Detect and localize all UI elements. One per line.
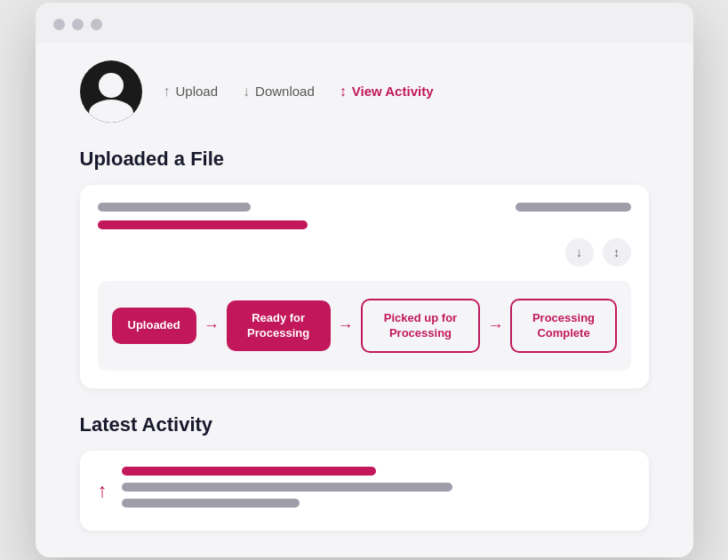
profile-header: ↑ Upload ↓ Download ↕ View Activity bbox=[80, 60, 649, 123]
latest-activity-title: Latest Activity bbox=[80, 413, 649, 436]
activity-card: ↑ bbox=[80, 451, 649, 531]
download-icon: ↓ bbox=[243, 84, 250, 100]
download-button[interactable]: ↓ Download bbox=[243, 84, 315, 100]
card-download-button[interactable]: ↓ bbox=[565, 238, 594, 267]
card-title-bar bbox=[98, 203, 251, 212]
upload-icon: ↑ bbox=[164, 84, 171, 100]
title-bar bbox=[36, 3, 693, 43]
arrow-1: → bbox=[204, 316, 220, 335]
action-buttons: ↑ Upload ↓ Download ↕ View Activity bbox=[164, 84, 434, 100]
upload-card: ↓ ↕ Uploaded → Ready for Process bbox=[80, 185, 649, 389]
avatar-head bbox=[99, 73, 124, 98]
window-dot-2 bbox=[72, 19, 84, 30]
avatar-body bbox=[89, 100, 133, 123]
step-complete: Processing Complete bbox=[510, 299, 616, 354]
step-ready: Ready for Processing bbox=[227, 300, 331, 352]
window-dot-3 bbox=[91, 19, 102, 30]
card-action-icons: ↓ ↕ bbox=[98, 238, 631, 267]
activity-icon: ↕ bbox=[340, 84, 347, 100]
main-content: ↑ Upload ↓ Download ↕ View Activity Uplo… bbox=[36, 43, 693, 558]
pipeline-step-1: Uploaded bbox=[112, 308, 196, 344]
activity-bar-group bbox=[122, 467, 631, 515]
card-sort-button[interactable]: ↕ bbox=[603, 238, 631, 267]
arrow-3: → bbox=[487, 316, 503, 335]
view-activity-button[interactable]: ↕ View Activity bbox=[340, 84, 434, 100]
activity-bar-short bbox=[122, 499, 300, 508]
activity-bar-pink bbox=[122, 467, 377, 476]
card-header: ↓ ↕ bbox=[98, 203, 631, 267]
latest-activity-section: Latest Activity ↑ bbox=[80, 413, 649, 531]
app-window: ↑ Upload ↓ Download ↕ View Activity Uplo… bbox=[36, 3, 693, 558]
pipeline-step-4: Processing Complete bbox=[510, 299, 616, 354]
activity-up-icon: ↑ bbox=[98, 479, 108, 502]
pipeline-container: Uploaded → Ready for Processing → Picked… bbox=[98, 281, 631, 372]
avatar bbox=[80, 60, 142, 123]
activity-bar-medium bbox=[122, 483, 452, 492]
window-dot-1 bbox=[53, 19, 65, 30]
card-subtitle-bar bbox=[98, 220, 308, 229]
pipeline-step-3: Picked up for Processing bbox=[361, 299, 481, 354]
pipeline-step-2: Ready for Processing bbox=[227, 300, 331, 352]
card-sort-icon: ↕ bbox=[613, 245, 620, 260]
step-picked-up: Picked up for Processing bbox=[361, 299, 481, 354]
upload-button[interactable]: ↑ Upload bbox=[164, 84, 219, 100]
card-meta-bar bbox=[516, 203, 631, 212]
step-uploaded: Uploaded bbox=[112, 308, 196, 344]
arrow-2: → bbox=[338, 316, 354, 335]
uploaded-section-title: Uploaded a File bbox=[80, 148, 649, 171]
card-download-icon: ↓ bbox=[576, 245, 582, 260]
